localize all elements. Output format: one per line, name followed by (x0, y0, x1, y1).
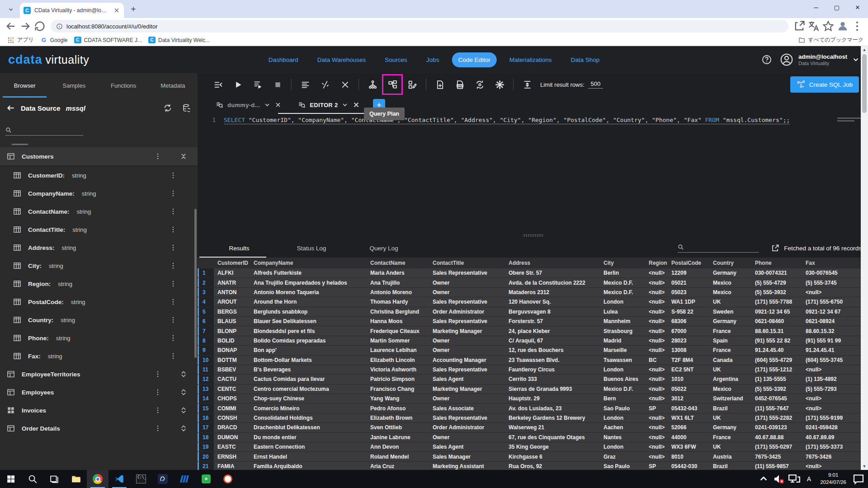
tree-column-customerid[interactable]: CustomerID:string (0, 166, 198, 184)
terminal-icon[interactable]: C:\_ (130, 470, 152, 488)
table-row[interactable]: 20ERNSHErnst HandelRoland MendelSales Ma… (198, 452, 868, 461)
notification-center-icon[interactable] (852, 470, 865, 488)
tree-column-region[interactable]: Region:string (0, 275, 198, 293)
app-logo[interactable]: cdata virtuality (8, 53, 89, 67)
table-row[interactable]: 3ANTONAntonio Moreno TaqueriaAntonio Mor… (198, 288, 868, 297)
editor-tab-editor2[interactable]: EDITOR 2 (296, 96, 362, 114)
tree-table-employeeterritories[interactable]: EmployeeTerritories (0, 365, 198, 383)
back-icon[interactable] (5, 20, 17, 33)
profile-avatar-icon[interactable] (836, 20, 849, 33)
kebab-menu-icon[interactable] (170, 226, 177, 233)
tree-table-employees[interactable]: Employees (0, 383, 198, 401)
nav-jobs[interactable]: Jobs (420, 52, 446, 67)
window-close-button[interactable]: ✕ (847, 0, 868, 14)
taskbar-search-icon[interactable] (22, 470, 43, 488)
kebab-menu-icon[interactable] (170, 334, 177, 342)
task-view-icon[interactable] (43, 470, 65, 488)
tab-chevron-down-icon[interactable] (264, 101, 271, 108)
nav-data-warehouses[interactable]: Data Warehouses (311, 52, 373, 67)
refresh-icon[interactable] (163, 103, 172, 113)
tree-column-contacttitle[interactable]: ContactTitle:string (0, 221, 198, 239)
back-arrow-icon[interactable] (6, 103, 15, 113)
clear-editor-icon[interactable] (336, 76, 354, 93)
explain-plan-icon[interactable] (404, 76, 421, 93)
tab-close-icon[interactable] (113, 7, 120, 14)
chrome-icon[interactable] (87, 470, 108, 488)
nav-data-shop[interactable]: Data Shop (564, 52, 606, 67)
results-tab-status-log[interactable]: Status Log (275, 239, 348, 258)
tree-column-postalcode[interactable]: PostalCode:string (0, 293, 198, 311)
format-sql-icon[interactable] (297, 76, 314, 93)
nav-dashboard[interactable]: Dashboard (262, 52, 305, 67)
table-row[interactable]: 21FAMIAFamilia ArquibaldoAria CruzMarket… (198, 462, 868, 470)
blue-app-icon[interactable] (174, 470, 195, 488)
column-header-contactname[interactable]: ContactName (367, 260, 429, 266)
bookmark-item[interactable]: CCDATA SOFTWARE J... (71, 36, 145, 45)
table-row[interactable]: 11BSBEVB's BeveragesVictoria AshworthSal… (198, 365, 868, 375)
column-header-fax[interactable]: Fax (802, 260, 868, 266)
sidebar-search-input[interactable] (5, 127, 83, 136)
sidebar-tab-metadata[interactable]: Metadata (148, 73, 198, 98)
taskbar-clock[interactable]: 9:01 2024/07/26 (816, 472, 850, 486)
column-header-address[interactable]: Address (505, 260, 600, 266)
create-sql-job-button[interactable]: Create SQL Job (790, 76, 859, 93)
kebab-menu-icon[interactable] (170, 298, 177, 305)
table-row[interactable]: 18DUMONDu monde entierJanine LabruneOwne… (198, 433, 868, 442)
kebab-menu-icon[interactable] (154, 389, 161, 396)
table-row[interactable]: 8BOLIDBolido Comidas preparadasMartin So… (198, 336, 868, 346)
start-icon[interactable] (0, 470, 22, 488)
unfold-more-icon[interactable] (179, 406, 188, 414)
window-maximize-button[interactable]: ▢ (826, 0, 847, 14)
sidebar-tab-samples[interactable]: Samples (49, 73, 99, 98)
column-header-city[interactable]: City (600, 260, 645, 266)
site-info-icon[interactable] (56, 23, 63, 30)
nav-materializations[interactable]: Materializations (503, 52, 558, 67)
kebab-menu-icon[interactable] (154, 371, 161, 378)
vscode-icon[interactable] (108, 470, 130, 488)
kebab-menu-icon[interactable] (154, 153, 161, 160)
tree-column-address[interactable]: Address:string (0, 239, 198, 257)
scroll-thumb[interactable] (862, 54, 867, 113)
kebab-menu-icon[interactable] (170, 244, 177, 251)
table-row[interactable]: 12CACTUCactus Comidas para llevarPatrici… (198, 375, 868, 384)
table-row[interactable]: 13CENTCCentro comercial MoctezumaFrancis… (198, 385, 868, 394)
sidebar-tab-browser[interactable]: Browser (0, 73, 49, 98)
bookmark-item[interactable]: アプリ (5, 35, 37, 45)
sidebar-tab-functions[interactable]: Functions (99, 73, 148, 98)
user-menu[interactable]: admin@localhost Data Virtuality (779, 52, 860, 67)
table-row[interactable]: 5BERGSBerglunds snabbkopChristina Berglu… (198, 307, 868, 317)
table-row[interactable]: 7BLONPBlondesddsl pere et filsFrederique… (198, 326, 868, 336)
execute-multiple-icon[interactable] (209, 76, 226, 93)
unfold-more-icon[interactable] (179, 370, 188, 378)
table-row[interactable]: 17DRACDDrachenblut DelikatessenSven Ottl… (198, 423, 868, 432)
scroll-up-arrow[interactable]: ▲ (863, 46, 867, 53)
scroll-down-arrow[interactable]: ▼ (863, 463, 867, 470)
table-row[interactable]: 6BLAUSBlauer See DelikatessenHanna MoosS… (198, 317, 868, 326)
table-row[interactable]: 4AROUTAround the HornThomas HardySales R… (198, 297, 868, 307)
tab-close-icon[interactable] (352, 101, 360, 109)
help-icon[interactable] (761, 54, 772, 65)
tree-column-phone[interactable]: Phone:string (0, 329, 198, 347)
postgresql-icon[interactable] (152, 470, 174, 488)
query-plan-icon[interactable] (384, 76, 401, 93)
editor-tab-dummy[interactable]: dummy-d... (214, 96, 283, 114)
tree-column-companyname[interactable]: CompanyName:string (0, 184, 198, 202)
sidebar-scrollbar[interactable] (194, 209, 197, 358)
tree-column-fax[interactable]: Fax:string (0, 347, 198, 365)
kebab-menu-icon[interactable] (170, 280, 177, 287)
orange-app-icon[interactable] (217, 470, 239, 488)
open-in-icon[interactable] (793, 20, 806, 33)
column-header-customerid[interactable]: CustomerID (214, 260, 250, 266)
open-external-icon[interactable] (771, 244, 779, 253)
ime-indicator[interactable]: A (803, 475, 815, 483)
browser-tab[interactable]: C CData Virtuality - admin@locall (20, 3, 124, 18)
tree-table-order-details[interactable]: Order Details (0, 419, 198, 437)
kebab-menu-icon[interactable] (170, 316, 177, 324)
tab-chevron-down-icon[interactable] (341, 101, 349, 108)
row-limit-icon[interactable] (519, 76, 536, 93)
unfold-more-icon[interactable] (179, 424, 188, 432)
kebab-menu-icon[interactable] (170, 262, 177, 269)
kebab-menu-icon[interactable] (170, 352, 177, 360)
bookmark-star-icon[interactable] (822, 20, 835, 33)
run-icon[interactable] (229, 76, 246, 93)
